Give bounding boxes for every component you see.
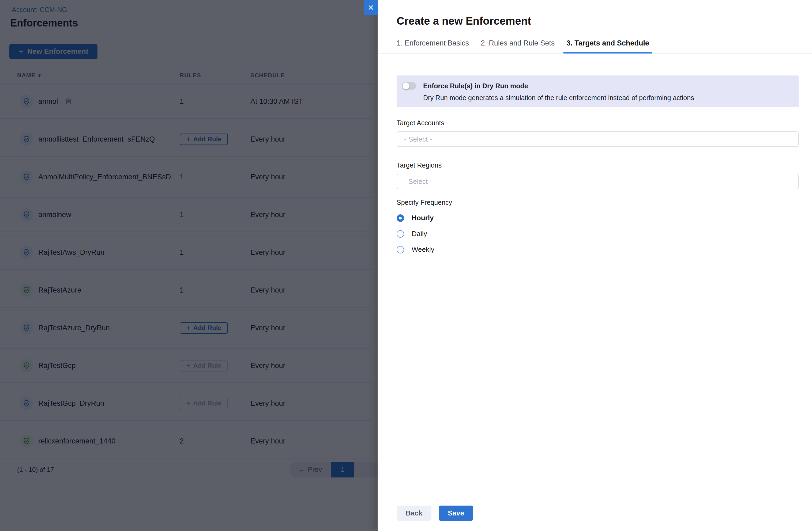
tab-enforcement-basics[interactable]: 1. Enforcement Basics (397, 33, 469, 53)
target-regions-label: Target Regions (397, 161, 799, 169)
back-button[interactable]: Back (397, 505, 432, 521)
drawer-footer: Back Save (397, 505, 473, 521)
target-accounts-label: Target Accounts (397, 119, 799, 127)
save-button[interactable]: Save (439, 505, 473, 521)
create-enforcement-drawer: Create a new Enforcement 1. Enforcement … (378, 0, 812, 531)
dry-run-title: Enforce Rule(s) in Dry Run mode (423, 82, 694, 90)
target-accounts-select[interactable]: - Select - (397, 131, 799, 147)
radio-checked-icon (397, 215, 404, 222)
dry-run-toggle[interactable] (402, 82, 416, 90)
frequency-option-hourly[interactable]: Hourly (397, 214, 799, 222)
target-accounts-field: Target Accounts - Select - (397, 119, 799, 147)
dry-run-text: Enforce Rule(s) in Dry Run mode Dry Run … (423, 82, 694, 102)
frequency-option-weekly[interactable]: Weekly (397, 246, 799, 254)
drawer-title: Create a new Enforcement (397, 15, 812, 27)
radio-unchecked-icon (397, 246, 404, 253)
target-regions-select[interactable]: - Select - (397, 174, 799, 189)
drawer-tabs: 1. Enforcement Basics 2. Rules and Rule … (378, 33, 812, 54)
app-root: Account: CCM-NG Enforcements + New Enfor… (0, 0, 812, 531)
dry-run-banner: Enforce Rule(s) in Dry Run mode Dry Run … (397, 75, 799, 107)
drawer-body: Enforce Rule(s) in Dry Run mode Dry Run … (378, 54, 812, 254)
radio-unchecked-icon (397, 230, 404, 238)
frequency-section: Specify Frequency Hourly Daily Weekly (397, 198, 799, 254)
tab-rules-and-rule-sets[interactable]: 2. Rules and Rule Sets (481, 33, 555, 53)
close-icon (367, 4, 374, 11)
close-drawer-button[interactable] (364, 0, 378, 15)
dry-run-description: Dry Run mode generates a simulation of t… (423, 94, 694, 102)
tab-targets-and-schedule[interactable]: 3. Targets and Schedule (566, 33, 649, 53)
target-regions-field: Target Regions - Select - (397, 161, 799, 189)
frequency-option-daily[interactable]: Daily (397, 230, 799, 238)
toggle-knob (403, 83, 409, 89)
frequency-label: Specify Frequency (397, 198, 799, 206)
